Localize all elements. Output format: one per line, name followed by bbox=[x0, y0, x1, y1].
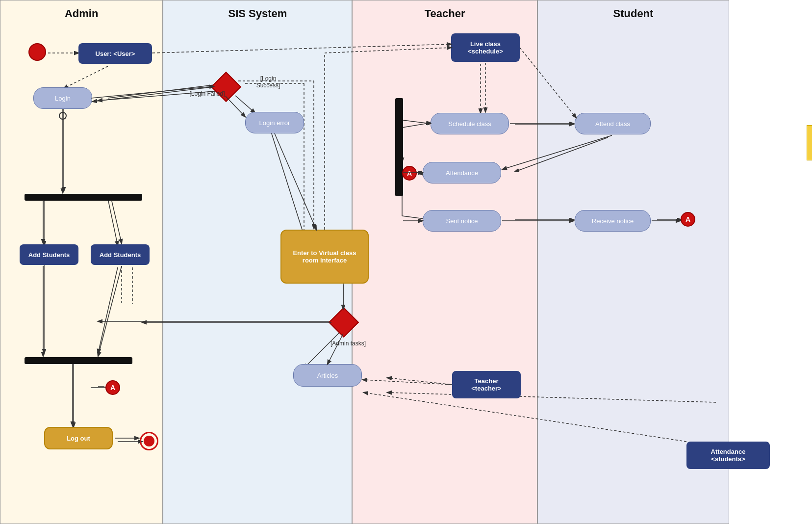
red-a-student: A bbox=[681, 212, 695, 227]
end-state bbox=[140, 432, 158, 450]
schedule-class: Schedule class bbox=[431, 113, 509, 134]
start-circle bbox=[28, 43, 46, 61]
receive-notice: Receive notice bbox=[575, 210, 651, 232]
virtual-class-box: Enter to Virtual class room interface bbox=[280, 230, 369, 284]
lane-teacher: Teacher bbox=[352, 0, 537, 524]
sent-notice: Sent notice bbox=[423, 210, 501, 232]
attendance-box: Attendance bbox=[423, 162, 501, 183]
articles-box: Articles bbox=[293, 364, 362, 387]
login-success-label: [Login Success] bbox=[246, 73, 290, 91]
login-box: Login bbox=[33, 87, 92, 109]
user-box: User: <User> bbox=[78, 43, 152, 64]
admin-fork-bar bbox=[25, 194, 142, 201]
add-students-1: Add Students bbox=[20, 244, 78, 265]
login-failed-label: [Login Failed] bbox=[181, 86, 233, 102]
end-state-inner bbox=[144, 436, 154, 446]
teacher-fork-bar bbox=[395, 98, 403, 196]
login-error: Login error bbox=[245, 112, 304, 133]
attend-class: Attend class bbox=[575, 113, 651, 134]
teacher-actor: Teacher <teacher> bbox=[452, 371, 521, 398]
add-students-2: Add Students bbox=[91, 244, 150, 265]
login-pseudo-state bbox=[59, 112, 67, 120]
lane-teacher-title: Teacher bbox=[353, 0, 536, 25]
admin-join-bar bbox=[25, 357, 132, 364]
logout-box: Log out bbox=[44, 427, 113, 449]
red-a-admin: A bbox=[105, 380, 120, 395]
login-note: Login for all Users bbox=[807, 125, 812, 160]
live-class-box: Live class <schedule> bbox=[451, 33, 520, 62]
admin-tasks-diamond bbox=[331, 310, 356, 335]
red-a-teacher: A bbox=[402, 166, 417, 181]
lane-admin-title: Admin bbox=[0, 0, 162, 25]
diagram-container: Admin SIS System Teacher Student bbox=[0, 0, 812, 524]
lane-student-title: Student bbox=[538, 0, 729, 25]
attendance-students: Attendance <students> bbox=[686, 442, 770, 469]
admin-tasks-label: [Admin tasks] bbox=[324, 337, 373, 350]
admin-tasks-diamond-shape bbox=[329, 307, 359, 338]
lane-sis-title: SIS System bbox=[163, 0, 352, 25]
